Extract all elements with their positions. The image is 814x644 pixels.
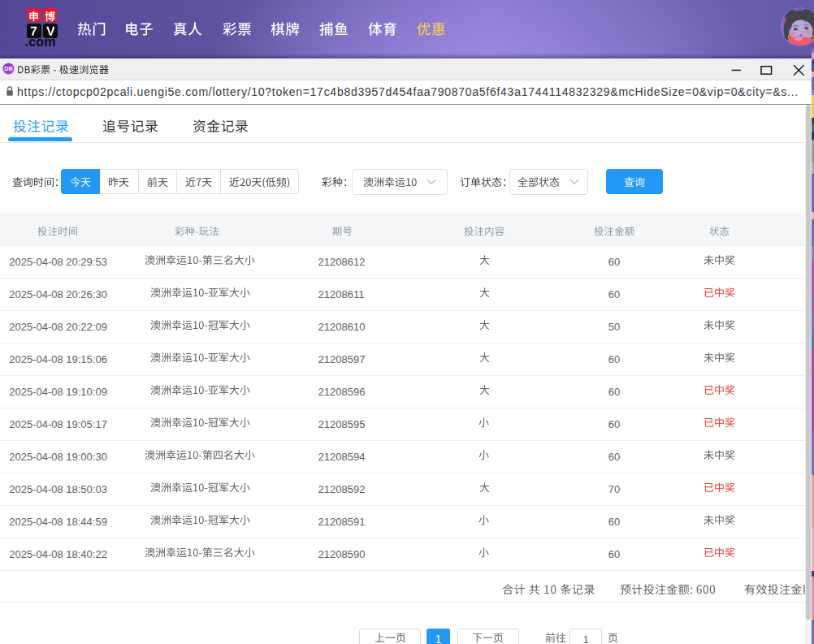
svg-text:DB: DB xyxy=(4,65,12,72)
